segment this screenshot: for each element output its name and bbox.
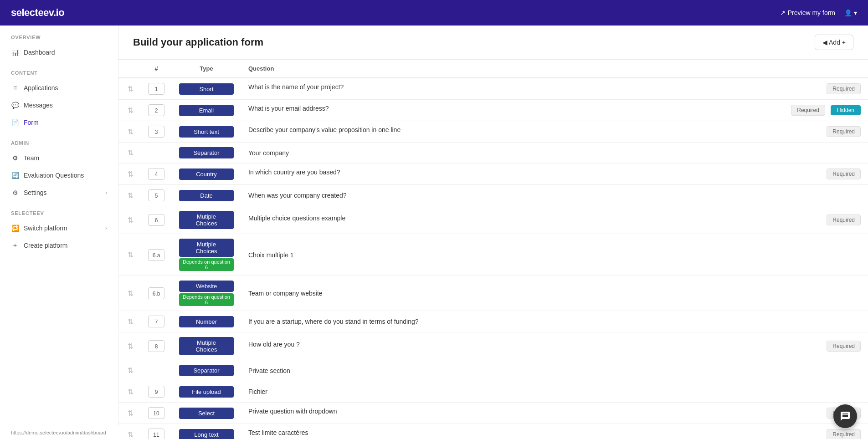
sidebar-item-form[interactable]: 📄 Form [0,114,118,131]
row-question: Multiple choice questions exampleRequire… [241,206,868,234]
question-text: Team or company website [248,290,323,297]
sidebar-item-label: Create platform [24,242,67,249]
nav-right: ↗ Preview my form 👤 ▾ [780,9,857,16]
settings-icon: ⚙ [11,189,19,197]
drag-handle[interactable]: ⇅ [118,360,141,381]
drag-handle[interactable]: ⇅ [118,121,141,143]
sidebar-item-label: Switch platform [24,225,67,232]
row-question: In which country are you based?Required [241,163,868,185]
messages-icon: 💬 [11,101,19,109]
table-row[interactable]: ⇅6.aMutiple ChoicesDepends on question 6… [118,234,868,276]
question-text: Test limite caractères [248,429,308,436]
drag-handle[interactable]: ⇅ [118,100,141,121]
sidebar-item-label: Evaluation Questions [24,172,84,179]
row-question: Private section [241,360,868,381]
sidebar-item-label: Form [24,119,39,126]
type-badge: File upload [179,386,234,398]
required-badge: Required [827,126,861,137]
table-row[interactable]: ⇅2EmailWhat is your email address?Requir… [118,100,868,121]
chat-bubble[interactable] [833,404,857,428]
question-text: Fichier [248,388,267,395]
row-number: 2 [141,100,172,121]
drag-handle[interactable]: ⇅ [118,276,141,311]
table-row[interactable]: ⇅SeparatorPrivate section [118,360,868,381]
type-badge: Short [179,83,234,95]
team-icon: ⚙ [11,154,19,162]
table-row[interactable]: ⇅9File uploadFichier [118,381,868,403]
table-row[interactable]: ⇅7NumberIf you are a startup, where do y… [118,311,868,332]
row-question: When was your company created? [241,185,868,206]
question-text: Multiple choice questions example [248,214,345,222]
question-text: What is the name of your project? [248,83,344,91]
table-row[interactable]: ⇅10SelectPrivate question with dropdownR… [118,403,868,424]
table-row[interactable]: ⇅1ShortWhat is the name of your project?… [118,78,868,100]
table-row[interactable]: ⇅8Mutiple ChoicesHow old are you ?Requir… [118,332,868,360]
row-question: Your company [241,143,868,163]
required-badge: Required [827,341,861,352]
drag-handle[interactable]: ⇅ [118,424,141,439]
sidebar-item-settings[interactable]: ⚙ Settings › [0,184,118,201]
type-badge: Country [179,168,234,180]
drag-handle[interactable]: ⇅ [118,78,141,100]
type-badge: Website [179,281,234,292]
table-row[interactable]: ⇅5DateWhen was your company created? [118,185,868,206]
drag-handle[interactable]: ⇅ [118,381,141,403]
drag-handle[interactable]: ⇅ [118,163,141,185]
row-number: 11 [141,424,172,439]
evaluation-icon: 🔄 [11,171,19,179]
content-section-label: CONTENT [0,61,118,79]
sidebar-footer-url: https://demo.selecteev.io/admin/dashboar… [0,426,118,439]
drag-handle[interactable]: ⇅ [118,234,141,276]
drag-handle[interactable]: ⇅ [118,403,141,424]
row-number: 9 [141,381,172,403]
depends-badge: Depends on question 6 [179,258,234,271]
required-badge: Required [827,168,861,179]
drag-handle[interactable]: ⇅ [118,332,141,360]
table-row[interactable]: ⇅11Long textTest limite caractèresRequir… [118,424,868,439]
sidebar: OVERVIEW 📊 Dashboard CONTENT ≡ Applicati… [0,26,118,439]
table-row[interactable]: ⇅4CountryIn which country are you based?… [118,163,868,185]
row-type: Mutiple Choices [172,332,241,360]
col-question: Question [241,60,868,78]
sidebar-item-create[interactable]: ＋ Create platform [0,237,118,254]
row-number: 6 [141,206,172,234]
sidebar-item-evaluation[interactable]: 🔄 Evaluation Questions [0,167,118,184]
sidebar-item-messages[interactable]: 💬 Messages [0,97,118,114]
row-question: Fichier [241,381,868,403]
sidebar-item-dashboard[interactable]: 📊 Dashboard [0,44,118,61]
question-text: Private section [248,367,290,374]
drag-handle[interactable]: ⇅ [118,206,141,234]
sidebar-item-team[interactable]: ⚙ Team [0,149,118,167]
sidebar-item-switch[interactable]: 🔁 Switch platform › [0,220,118,237]
drag-handle[interactable]: ⇅ [118,311,141,332]
preview-link[interactable]: ↗ Preview my form [780,9,835,16]
table-row[interactable]: ⇅6.bWebsiteDepends on question 6Team or … [118,276,868,311]
type-badge: Mutiple Choices [179,211,234,229]
drag-handle[interactable]: ⇅ [118,143,141,163]
row-number: 3 [141,121,172,143]
depends-badge: Depends on question 6 [179,293,234,306]
drag-handle[interactable]: ⇅ [118,185,141,206]
form-icon: 📄 [11,118,19,127]
type-badge: Mutiple Choices [179,337,234,355]
sidebar-item-label: Dashboard [24,49,55,56]
sidebar-item-applications[interactable]: ≡ Applications [0,79,118,97]
admin-section-label: ADMIN [0,131,118,149]
row-type: Country [172,163,241,185]
table-row[interactable]: ⇅3Short textDescribe your company's valu… [118,121,868,143]
table-row[interactable]: ⇅SeparatorYour company [118,143,868,163]
user-button[interactable]: 👤 ▾ [844,9,857,16]
sidebar-item-label: Messages [24,102,53,109]
add-button[interactable]: ◀ Add + [815,35,853,50]
table-row[interactable]: ⇅6Mutiple ChoicesMultiple choice questio… [118,206,868,234]
row-number: 4 [141,163,172,185]
question-text: In which country are you based? [248,168,340,176]
form-table: # Type Question ⇅1ShortWhat is the name … [118,60,868,439]
type-badge: Select [179,408,234,419]
row-question: Describe your company's value propositio… [241,121,868,143]
switch-icon: 🔁 [11,224,19,232]
type-badge: Email [179,105,234,116]
type-badge: Short text [179,126,234,138]
create-icon: ＋ [11,241,19,250]
row-type: Short [172,78,241,100]
